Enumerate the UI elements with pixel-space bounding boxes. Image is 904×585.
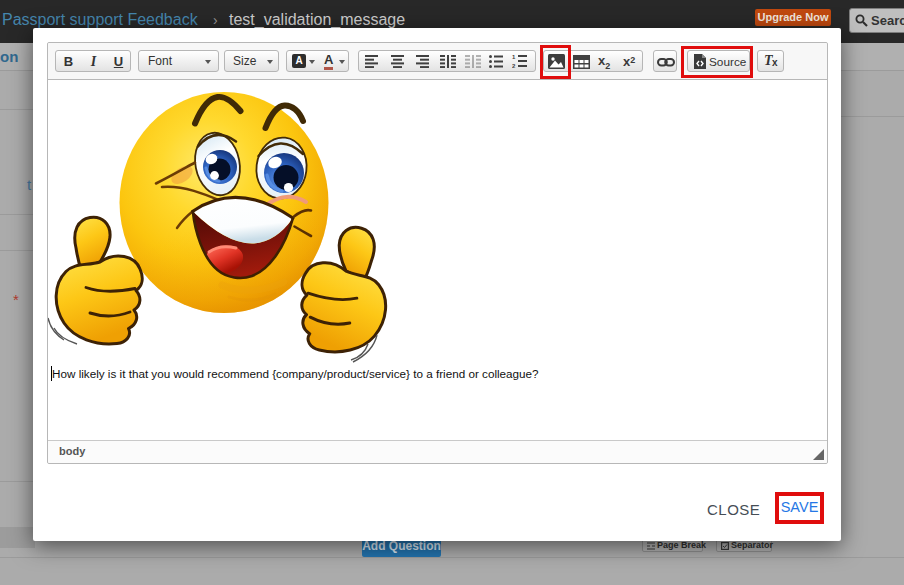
svg-text:1: 1 [512,54,516,60]
svg-text:2: 2 [512,63,516,69]
